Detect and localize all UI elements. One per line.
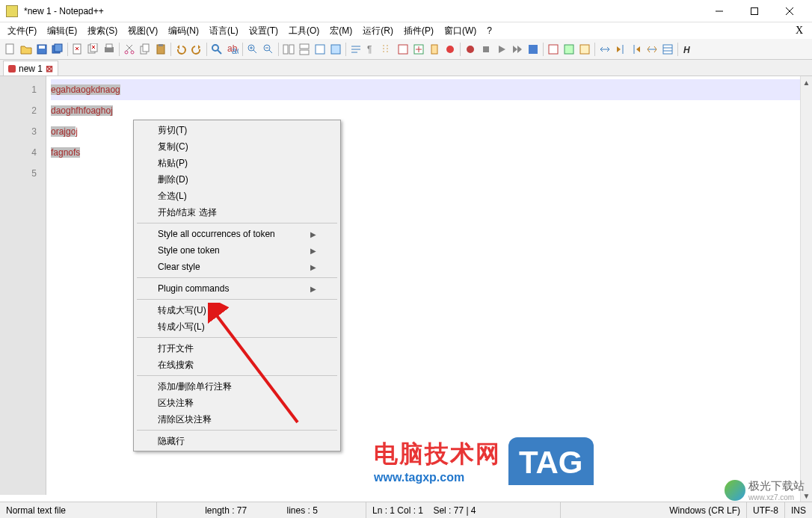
svg-rect-6: [39, 46, 45, 49]
find-icon[interactable]: [209, 42, 224, 57]
save-macro-icon[interactable]: [526, 42, 541, 57]
status-mode[interactable]: INS: [785, 502, 812, 518]
cm-online-search[interactable]: 在线搜索: [135, 357, 339, 373]
cm-select-all[interactable]: 全选(L): [135, 188, 339, 204]
sync-v-icon[interactable]: [281, 42, 296, 57]
cm-delete[interactable]: 删除(D): [135, 171, 339, 188]
save-all-icon[interactable]: [50, 42, 65, 57]
toolbar-h-icon[interactable]: H: [680, 42, 695, 57]
record-macro-icon[interactable]: [463, 42, 478, 57]
svg-rect-55: [529, 45, 538, 54]
cm-open-file[interactable]: 打开文件: [135, 340, 339, 357]
menu-encoding[interactable]: 编码(N): [164, 23, 203, 39]
new-file-icon[interactable]: [3, 42, 18, 57]
print-icon[interactable]: [102, 42, 117, 57]
save-icon[interactable]: [34, 42, 49, 57]
close-all-icon[interactable]: [86, 42, 101, 57]
context-menu: 剪切(T) 复制(C) 粘贴(P) 删除(D) 全选(L) 开始/结束 选择 S…: [133, 120, 341, 451]
stop-macro-icon[interactable]: [479, 42, 493, 57]
svg-text:¶: ¶: [367, 44, 372, 55]
svg-rect-58: [580, 45, 589, 54]
toolbar-icon-1[interactable]: [313, 42, 327, 57]
watermark-xz7: 极光下载站 www.xz7.com: [725, 479, 805, 502]
tab-new-1[interactable]: new 1 ⊠: [3, 61, 58, 75]
redo-icon[interactable]: [189, 42, 204, 57]
paste-icon[interactable]: [153, 42, 168, 57]
sync-h-icon[interactable]: [297, 42, 312, 57]
tab-bar: new 1 ⊠: [0, 60, 812, 76]
toolbar-icon-8[interactable]: [613, 42, 628, 57]
play-macro-icon[interactable]: [494, 42, 509, 57]
menu-file[interactable]: 文件(F): [3, 23, 41, 39]
menu-view[interactable]: 视图(V): [123, 23, 162, 39]
toolbar-icon-6[interactable]: [577, 42, 592, 57]
menu-tools[interactable]: 工具(O): [284, 23, 324, 39]
open-file-icon[interactable]: [19, 42, 34, 57]
menu-help[interactable]: ?: [482, 24, 496, 37]
svg-rect-41: [316, 45, 325, 54]
status-eol[interactable]: Windows (CR LF): [663, 502, 747, 518]
vertical-scrollbar[interactable]: ▲ ▼: [800, 76, 812, 502]
menu-close-x[interactable]: X: [796, 25, 803, 37]
close-button[interactable]: [772, 1, 806, 22]
wordwrap-icon[interactable]: [348, 42, 363, 57]
submenu-arrow-icon: ▶: [310, 230, 316, 238]
scroll-up-icon[interactable]: ▲: [801, 76, 812, 88]
toolbar-icon-11[interactable]: [660, 42, 675, 57]
svg-rect-39: [300, 44, 309, 49]
cm-clear-block-comment[interactable]: 清除区块注释: [135, 411, 339, 428]
minimize-button[interactable]: [702, 1, 736, 22]
menu-settings[interactable]: 设置(T): [244, 23, 283, 39]
cut-icon[interactable]: [122, 42, 137, 57]
menu-run[interactable]: 运行(R): [358, 23, 398, 39]
cm-lowercase[interactable]: 转成小写(L): [135, 318, 339, 335]
tab-close-icon[interactable]: ⊠: [46, 64, 53, 74]
cm-style-one[interactable]: Style one token▶: [135, 242, 339, 259]
toolbar-icon-5[interactable]: [562, 42, 576, 57]
cm-cut[interactable]: 剪切(T): [135, 122, 339, 138]
maximize-button[interactable]: [737, 1, 771, 22]
status-encoding[interactable]: UTF-8: [747, 502, 785, 518]
doc-map-icon[interactable]: [427, 42, 442, 57]
menu-language[interactable]: 语言(L): [205, 23, 243, 39]
cm-clear-style[interactable]: Clear style▶: [135, 259, 339, 275]
svg-rect-51: [431, 45, 437, 54]
menu-window[interactable]: 窗口(W): [440, 23, 481, 39]
menu-edit[interactable]: 编辑(E): [43, 23, 81, 39]
undo-icon[interactable]: [173, 42, 188, 57]
text-line: daoghfhfoaghoj: [51, 105, 113, 116]
svg-point-53: [467, 46, 474, 53]
close-file-icon[interactable]: [70, 42, 85, 57]
cm-hide-lines[interactable]: 隐藏行: [135, 433, 339, 449]
menu-macro[interactable]: 宏(M): [325, 23, 357, 39]
cm-toggle-line-comment[interactable]: 添加/删除单行注释: [135, 378, 339, 395]
menu-plugins[interactable]: 插件(P): [399, 23, 438, 39]
udl-icon[interactable]: [396, 42, 410, 57]
zoom-in-icon[interactable]: [245, 42, 260, 57]
cm-plugin-commands[interactable]: Plugin commands▶: [135, 280, 339, 297]
svg-rect-61: [663, 45, 672, 54]
toolbar-icon-9[interactable]: [629, 42, 644, 57]
line-number: 1: [0, 79, 37, 100]
menu-search[interactable]: 搜索(S): [83, 23, 122, 39]
cm-block-comment[interactable]: 区块注释: [135, 395, 339, 411]
toolbar-icon-3[interactable]: [411, 42, 426, 57]
cm-style-all[interactable]: Style all occurrences of token▶: [135, 226, 339, 242]
cm-paste[interactable]: 粘贴(P): [135, 155, 339, 171]
zoom-out-icon[interactable]: [261, 42, 276, 57]
watermark-tag-badge: TAG: [508, 437, 594, 485]
toolbar-icon-7[interactable]: [597, 42, 612, 57]
func-list-icon[interactable]: [443, 42, 458, 57]
play-multi-icon[interactable]: [510, 42, 525, 57]
toolbar-icon-2[interactable]: [328, 42, 343, 57]
watermark-tagxp: 电脑技术网 www.tagxp.com TAG: [374, 437, 594, 485]
toolbar-icon-4[interactable]: [546, 42, 561, 57]
cm-begin-end-select[interactable]: 开始/结束 选择: [135, 204, 339, 221]
copy-icon[interactable]: [138, 42, 153, 57]
cm-uppercase[interactable]: 转成大写(U): [135, 302, 339, 318]
toolbar-icon-10[interactable]: [645, 42, 659, 57]
indent-guide-icon[interactable]: [380, 42, 395, 57]
replace-icon[interactable]: abac: [225, 42, 240, 57]
show-all-chars-icon[interactable]: ¶: [364, 42, 379, 57]
cm-copy[interactable]: 复制(C): [135, 138, 339, 155]
